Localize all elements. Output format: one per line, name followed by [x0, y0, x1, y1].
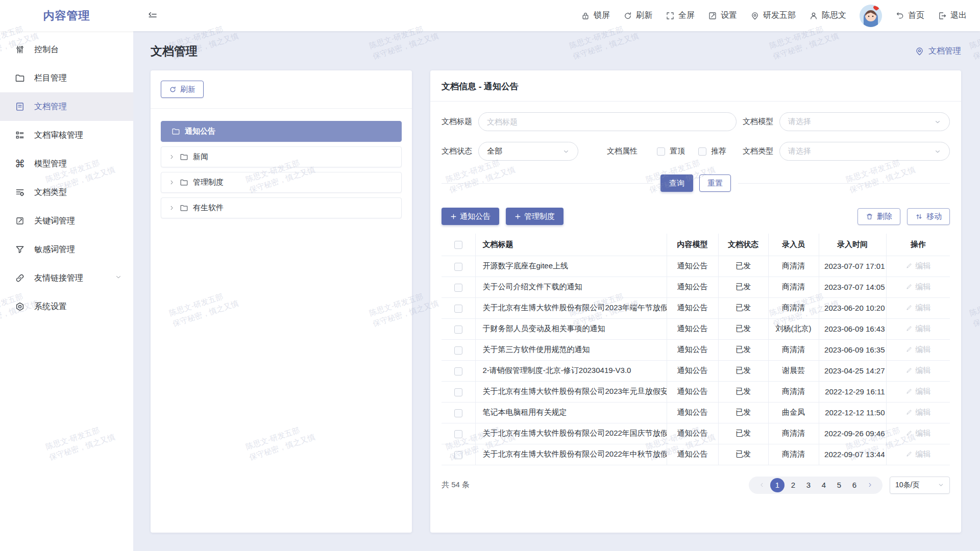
page-size-select[interactable]: 10条/页: [890, 477, 950, 494]
tree-node-2[interactable]: 管理制度: [161, 172, 402, 193]
row-checkbox[interactable]: [454, 325, 462, 334]
logout-icon: [938, 11, 947, 20]
user-avatar[interactable]: [860, 5, 882, 27]
edit-button[interactable]: 编辑: [905, 387, 930, 396]
row-checkbox[interactable]: [454, 305, 462, 313]
doc-type-select[interactable]: 请选择: [779, 142, 950, 161]
edit-button[interactable]: 编辑: [905, 345, 930, 355]
collapse-menu-icon[interactable]: [148, 11, 158, 21]
row-checkbox[interactable]: [454, 367, 462, 375]
row-checkbox[interactable]: [454, 430, 462, 438]
tree-refresh-button[interactable]: 刷新: [161, 81, 204, 98]
header-action-refresh[interactable]: 刷新: [623, 10, 652, 21]
row-checkbox[interactable]: [454, 263, 462, 271]
select-all-checkbox[interactable]: [454, 241, 462, 249]
tree-node-0[interactable]: 通知公告: [161, 121, 402, 142]
breadcrumb[interactable]: 文档管理: [915, 46, 961, 57]
doc-model-cell: 通知公告: [667, 402, 718, 423]
edit-button[interactable]: 编辑: [905, 366, 930, 375]
next-page-button[interactable]: [863, 478, 876, 492]
pin-icon: [750, 11, 760, 20]
doc-title-cell[interactable]: 关于北京有生博大软件股份有限公司2023年元旦放假安排...: [475, 381, 667, 402]
checkbox[interactable]: [657, 147, 665, 156]
divider: [151, 108, 412, 109]
chevron-right-icon[interactable]: [168, 179, 175, 186]
edit-button[interactable]: 编辑: [905, 261, 930, 271]
pencil-icon: [905, 346, 913, 353]
page-number-2[interactable]: 2: [787, 478, 800, 492]
page-number-1[interactable]: 1: [770, 478, 785, 492]
header-action-fullscreen[interactable]: 全屏: [666, 10, 695, 21]
tree-node-3[interactable]: 有生软件: [161, 197, 402, 218]
doc-title-cell[interactable]: 2-请销假管理制度-北京-修订20230419-V3.0: [475, 360, 667, 381]
row-checkbox[interactable]: [454, 388, 462, 396]
header-action-back[interactable]: 首页: [895, 10, 924, 21]
panel-title: 文档信息 - 通知公告: [430, 70, 961, 102]
row-checkbox[interactable]: [454, 451, 462, 459]
add-notice-button[interactable]: 通知公告: [442, 208, 499, 225]
doc-status-select[interactable]: 全部: [478, 142, 578, 161]
edit-button[interactable]: 编辑: [905, 429, 930, 438]
chevron-right-icon[interactable]: [168, 205, 175, 211]
page-number-5[interactable]: 5: [832, 478, 846, 492]
sidebar-item-5[interactable]: 文档类型: [0, 178, 133, 207]
page-number-4[interactable]: 4: [817, 478, 830, 492]
doc-attr-filter-label: 文档属性: [607, 146, 638, 156]
search-button[interactable]: 查询: [660, 174, 693, 192]
doc-title-cell[interactable]: 关于北京有生博大软件股份有限公司2022年国庆节放假安...: [475, 423, 667, 444]
divider: [442, 183, 653, 184]
sidebar-item-8[interactable]: 友情链接管理: [0, 264, 133, 292]
sidebar-item-label: 模型管理: [34, 159, 67, 169]
header-action-user[interactable]: 陈思文: [809, 10, 846, 21]
delete-button[interactable]: 删除: [857, 208, 900, 225]
add-rule-button[interactable]: 管理制度: [506, 208, 564, 225]
doc-title-cell[interactable]: 关于北京有生博大软件股份有限公司2023年端午节放假安...: [475, 297, 667, 318]
header-action-edit-square[interactable]: 设置: [708, 10, 737, 21]
sidebar-item-6[interactable]: 关键词管理: [0, 207, 133, 235]
table-row: 开源数字底座在gitee上线 通知公告 已发 商清清 2023-07-07 17…: [442, 256, 950, 277]
edit-button[interactable]: 编辑: [905, 324, 930, 334]
edit-button[interactable]: 编辑: [905, 303, 930, 313]
sidebar-item-2[interactable]: 文档管理: [0, 92, 133, 121]
table-row: 2-请销假管理制度-北京-修订20230419-V3.0 通知公告 已发 谢晨芸…: [442, 360, 950, 381]
doc-title-cell[interactable]: 笔记本电脑租用有关规定: [475, 402, 667, 423]
edit-button[interactable]: 编辑: [905, 408, 930, 417]
page-number-6[interactable]: 6: [848, 478, 861, 492]
sidebar-item-4[interactable]: ⌘ 模型管理: [0, 149, 133, 178]
edit-button[interactable]: 编辑: [905, 282, 930, 292]
sidebar-item-9[interactable]: 系统设置: [0, 292, 133, 321]
sidebar-item-label: 友情链接管理: [34, 273, 83, 284]
doc-title-input[interactable]: [487, 117, 728, 126]
prev-page-button[interactable]: [755, 478, 768, 492]
sidebar-item-0[interactable]: 控制台: [0, 35, 133, 64]
move-button[interactable]: 移动: [907, 208, 950, 225]
doc-entry-time-cell: 2022-12-29 16:11: [819, 381, 886, 402]
header-action-lock[interactable]: 锁屏: [581, 10, 610, 21]
doc-entry-time-cell: 2022-09-07 13:44: [819, 444, 886, 465]
doc-title-cell[interactable]: 于财务部人员变动及相关事项的通知: [475, 318, 667, 339]
doc-type-icon: [14, 187, 26, 197]
sidebar-item-7[interactable]: 敏感词管理: [0, 235, 133, 264]
header-action-pin[interactable]: 研发五部: [750, 10, 796, 21]
sidebar-item-1[interactable]: 栏目管理: [0, 64, 133, 92]
doc-title-cell[interactable]: 关于第三方软件使用规范的通知: [475, 339, 667, 360]
page-number-3[interactable]: 3: [802, 478, 815, 492]
chevron-right-icon[interactable]: [168, 154, 175, 160]
doc-model-select[interactable]: 请选择: [779, 112, 950, 131]
doc-title-cell[interactable]: 关于北京有生博大软件股份有限公司2022年中秋节放假安...: [475, 444, 667, 465]
chevron-down-icon: [934, 148, 941, 155]
reset-button[interactable]: 重置: [699, 174, 731, 192]
checkbox[interactable]: [698, 147, 706, 156]
row-checkbox[interactable]: [454, 346, 462, 355]
doc-title-cell[interactable]: 开源数字底座在gitee上线: [475, 256, 667, 277]
doc-title-cell[interactable]: 关于公司介绍文件下载的通知: [475, 277, 667, 297]
header-action-logout[interactable]: 退出: [938, 10, 967, 21]
row-checkbox[interactable]: [454, 284, 462, 292]
row-checkbox[interactable]: [454, 409, 462, 417]
edit-button[interactable]: 编辑: [905, 449, 930, 459]
tree-node-1[interactable]: 新闻: [161, 146, 402, 167]
doc-status-cell: 已发: [718, 402, 768, 423]
attr-top-checkbox[interactable]: 置顶: [657, 146, 685, 156]
sidebar-item-3[interactable]: 文档审核管理: [0, 121, 133, 149]
attr-recommend-checkbox[interactable]: 推荐: [698, 146, 726, 156]
